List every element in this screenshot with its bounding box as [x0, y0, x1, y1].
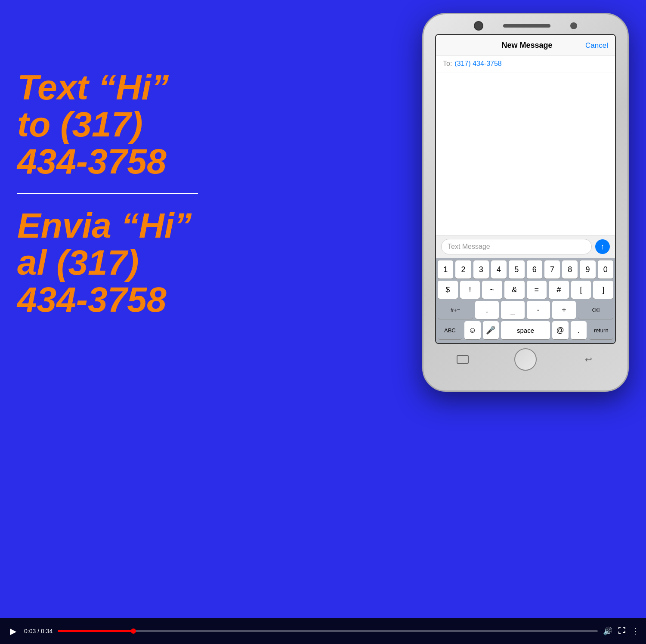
key-5[interactable]: 5 [509, 260, 524, 279]
key-at[interactable]: @ [552, 321, 569, 339]
time-separator: / [36, 628, 41, 635]
phone-camera [474, 21, 483, 31]
key-4[interactable]: 4 [491, 260, 507, 279]
key-equals[interactable]: = [527, 281, 547, 299]
left-text-panel: Text “Hi” to (317) 434-3758 Envia “Hi” a… [17, 69, 224, 319]
key-1[interactable]: 1 [438, 260, 453, 279]
key-plus[interactable]: + [552, 301, 576, 319]
key-abc[interactable]: ABC [438, 321, 462, 339]
en-line2: to (317) [17, 105, 143, 144]
keyboard-row-3: #+= . _ - + ⌫ [438, 301, 613, 319]
phone-mockup: New Message Cancel To: (317) 434-3758 Te… [422, 13, 629, 392]
phone-sensor [570, 22, 577, 29]
key-exclaim[interactable]: ! [460, 281, 480, 299]
key-symbols-toggle[interactable]: #+= [438, 301, 473, 319]
key-9[interactable]: 9 [580, 260, 595, 279]
key-bracket-open[interactable]: [ [571, 281, 591, 299]
divider [17, 193, 198, 194]
es-line1: Envia “Hi” [17, 206, 192, 245]
total-time: 0:34 [41, 628, 53, 635]
video-controls-bar: ▶ 0:03 / 0:34 🔊 ⋮ [0, 618, 646, 644]
phone-bottom-nav: ↩ [444, 348, 607, 371]
keyboard-row-2: $ ! ~ & = # [ ] [438, 281, 613, 299]
key-underscore[interactable]: _ [501, 301, 525, 319]
key-ampersand[interactable]: & [504, 281, 525, 299]
key-microphone[interactable]: 🎤 [483, 321, 499, 339]
progress-bar[interactable] [58, 630, 598, 632]
phone-speaker [503, 24, 550, 28]
spanish-text: Envia “Hi” al (317) 434-3758 [17, 207, 224, 318]
keyboard-row-4: ABC ☺ 🎤 space @ . return [438, 321, 613, 339]
key-tilde[interactable]: ~ [482, 281, 502, 299]
home-button[interactable] [514, 348, 537, 371]
key-6[interactable]: 6 [527, 260, 542, 279]
en-line3: 434-3758 [17, 142, 167, 181]
time-display: 0:03 / 0:34 [24, 628, 53, 635]
phone-frame: New Message Cancel To: (317) 434-3758 Te… [422, 13, 629, 392]
back-nav-icon[interactable]: ↩ [582, 355, 594, 364]
key-2[interactable]: 2 [455, 260, 471, 279]
es-line3: 434-3758 [17, 280, 167, 319]
keyboard-row-1: 1 2 3 4 5 6 7 8 9 0 [438, 260, 613, 279]
message-body [436, 72, 615, 235]
key-minus[interactable]: - [527, 301, 550, 319]
english-text: Text “Hi” to (317) 434-3758 [17, 69, 224, 180]
key-0[interactable]: 0 [598, 260, 613, 279]
text-message-input[interactable]: Text Message [441, 239, 592, 254]
to-number: (317) 434-3758 [454, 60, 501, 68]
input-row: Text Message ↑ [436, 235, 615, 258]
es-line2: al (317) [17, 243, 139, 282]
key-7[interactable]: 7 [544, 260, 560, 279]
key-period[interactable]: . [475, 301, 499, 319]
key-emoji[interactable]: ☺ [464, 321, 481, 339]
play-button[interactable]: ▶ [7, 626, 19, 636]
keyboard: 1 2 3 4 5 6 7 8 9 0 $ ! [436, 258, 615, 343]
key-dollar[interactable]: $ [438, 281, 458, 299]
key-bracket-close[interactable]: ] [593, 281, 613, 299]
key-period-2[interactable]: . [571, 321, 587, 339]
key-8[interactable]: 8 [562, 260, 578, 279]
cancel-button[interactable]: Cancel [585, 41, 608, 50]
volume-button[interactable]: 🔊 [603, 626, 612, 636]
send-button[interactable]: ↑ [595, 239, 610, 254]
key-3[interactable]: 3 [473, 260, 489, 279]
recents-nav-icon[interactable] [457, 355, 469, 364]
to-label: To: [443, 60, 452, 68]
key-return[interactable]: return [589, 321, 613, 339]
key-space[interactable]: space [501, 321, 550, 339]
key-hash[interactable]: # [549, 281, 569, 299]
message-header: New Message Cancel [436, 35, 615, 56]
progress-fill [58, 630, 133, 632]
to-row: To: (317) 434-3758 [436, 56, 615, 72]
key-backspace[interactable]: ⌫ [578, 301, 613, 319]
progress-dot [131, 629, 136, 634]
phone-screen: New Message Cancel To: (317) 434-3758 Te… [435, 34, 616, 344]
video-wrapper: Text “Hi” to (317) 434-3758 Envia “Hi” a… [0, 0, 646, 644]
en-line1: Text “Hi” [17, 68, 169, 107]
phone-top-bar [474, 21, 577, 31]
message-title: New Message [502, 41, 553, 50]
more-options-button[interactable]: ⋮ [631, 626, 639, 636]
current-time: 0:03 [24, 628, 36, 635]
fullscreen-button[interactable] [618, 626, 626, 637]
